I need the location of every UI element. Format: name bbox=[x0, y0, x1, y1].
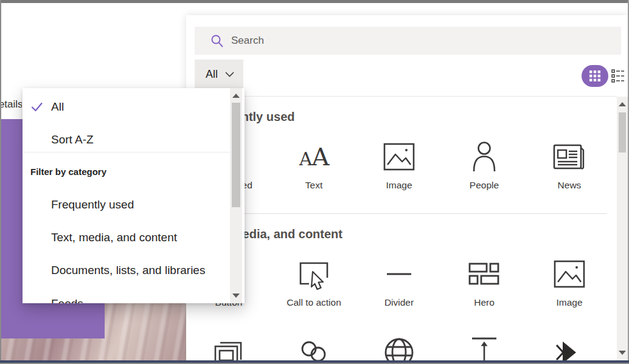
web-part-spacer[interactable] bbox=[448, 337, 521, 360]
globe-icon bbox=[383, 337, 415, 360]
web-part-image-2[interactable]: Image bbox=[533, 255, 606, 309]
web-part-hero[interactable]: Hero bbox=[448, 255, 521, 309]
menu-item-label: All bbox=[51, 100, 64, 114]
menu-scrollbar-thumb[interactable] bbox=[232, 103, 240, 207]
web-part-toolbox-panel: All Frequently used bbox=[186, 15, 628, 360]
window-border-left bbox=[0, 0, 1, 364]
divider-icon bbox=[386, 272, 412, 276]
list-view-toggle[interactable] bbox=[611, 69, 625, 83]
web-part-image-gallery[interactable] bbox=[192, 337, 265, 360]
double-arrow-icon bbox=[554, 337, 585, 360]
web-part-people[interactable]: People bbox=[448, 137, 521, 191]
web-part-image[interactable]: Image bbox=[363, 137, 436, 191]
menu-item-label: Frequently used bbox=[51, 198, 134, 211]
image-gallery-icon bbox=[213, 337, 245, 360]
menu-item-label: Documents, lists, and libraries bbox=[51, 264, 205, 277]
category-filter-menu: All Sort A-Z Filter by category Frequent… bbox=[23, 88, 245, 303]
web-part-link[interactable] bbox=[277, 337, 350, 360]
panel-scrollbar[interactable] bbox=[617, 97, 628, 360]
people-icon bbox=[470, 141, 499, 173]
menu-item-all[interactable]: All bbox=[23, 91, 230, 123]
list-view-icon bbox=[611, 69, 625, 83]
call-to-action-icon bbox=[298, 258, 330, 290]
web-part-call-to-action[interactable]: Call to action bbox=[277, 255, 350, 309]
grid-view-icon bbox=[589, 70, 600, 81]
search-input[interactable] bbox=[231, 35, 572, 47]
hero-icon bbox=[468, 261, 500, 287]
window-border-top bbox=[0, 0, 629, 3]
panel-scrollbar-thumb[interactable] bbox=[619, 112, 626, 153]
news-icon bbox=[553, 143, 586, 171]
menu-section-header: Filter by category bbox=[30, 155, 106, 188]
scroll-up-icon[interactable] bbox=[619, 102, 626, 106]
menu-item-label: Text, media, and content bbox=[51, 231, 177, 244]
scroll-up-icon[interactable] bbox=[232, 94, 240, 98]
web-part-news[interactable]: News bbox=[533, 137, 606, 191]
menu-item-feeds[interactable]: Feeds bbox=[23, 287, 230, 303]
grid-view-toggle[interactable] bbox=[582, 65, 608, 87]
link-icon bbox=[298, 337, 330, 360]
page-details-button[interactable]: Page details bbox=[1, 96, 22, 117]
web-part-world[interactable] bbox=[363, 337, 436, 360]
spacer-icon bbox=[468, 337, 500, 360]
image-icon bbox=[383, 143, 415, 171]
section-divider bbox=[196, 213, 607, 214]
web-part-gallery: Frequently used Highlighted content AA T… bbox=[186, 97, 617, 360]
menu-item-label: Sort A-Z bbox=[51, 133, 94, 146]
menu-item-frequently-used[interactable]: Frequently used bbox=[23, 188, 230, 221]
page-details-label: Page details bbox=[1, 98, 22, 111]
menu-item-sort-a-z[interactable]: Sort A-Z bbox=[23, 123, 230, 156]
menu-item-label: Feeds bbox=[51, 297, 83, 303]
menu-scrollbar[interactable] bbox=[230, 88, 242, 303]
scroll-down-icon[interactable] bbox=[232, 294, 240, 298]
text-icon: AA bbox=[299, 143, 329, 171]
web-part-text[interactable]: AA Text bbox=[277, 137, 350, 191]
category-filter-label: All bbox=[206, 68, 218, 81]
chevron-down-icon bbox=[225, 72, 234, 77]
search-box[interactable] bbox=[195, 27, 621, 55]
checkmark-icon bbox=[30, 101, 51, 112]
menu-item-documents-lists-libraries[interactable]: Documents, lists, and libraries bbox=[23, 254, 230, 287]
menu-item-text-media-content[interactable]: Text, media, and content bbox=[23, 221, 230, 254]
menu-divider bbox=[23, 152, 230, 153]
web-part-quick-links[interactable] bbox=[533, 337, 606, 360]
image-icon bbox=[554, 260, 585, 288]
category-filter-button[interactable]: All bbox=[195, 60, 243, 89]
scroll-down-icon[interactable] bbox=[619, 351, 626, 355]
search-icon bbox=[210, 34, 224, 47]
web-part-divider[interactable]: Divider bbox=[363, 255, 436, 309]
